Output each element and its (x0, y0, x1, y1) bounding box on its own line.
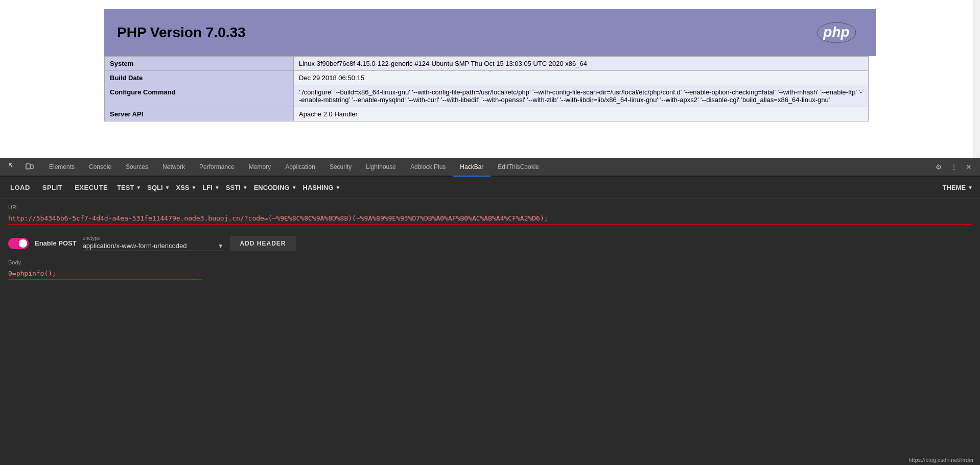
ssti-dropdown[interactable]: SSTI ▼ (224, 181, 250, 194)
table-cell-label: Build Date (105, 71, 294, 85)
xss-dropdown[interactable]: XSS ▼ (174, 181, 198, 194)
svg-rect-2 (26, 164, 30, 169)
tab-editthiscookie[interactable]: EditThisCookie (491, 158, 546, 177)
table-row: Server APIApache 2.0 Handler (105, 107, 869, 121)
table-cell-value: './configure' '--build=x86_64-linux-gnu'… (294, 85, 869, 107)
tab-network[interactable]: Network (155, 158, 192, 177)
tab-memory[interactable]: Memory (242, 158, 278, 177)
svg-rect-3 (31, 165, 33, 168)
theme-dropdown[interactable]: THEME ▼ (941, 181, 975, 194)
sqli-dropdown-arrow: ▼ (165, 185, 170, 190)
status-url: https://blog.csdn.net/rfrder (908, 457, 974, 463)
ssti-dropdown-arrow: ▼ (243, 185, 248, 190)
tab-sources[interactable]: Sources (119, 158, 155, 177)
hashing-dropdown-arrow: ▼ (336, 185, 341, 190)
hackbar-toolbar: LOAD SPLIT EXECUTE TEST ▼ SQLI ▼ XSS ▼ L… (0, 177, 980, 199)
xss-dropdown-arrow: ▼ (192, 185, 197, 190)
hashing-dropdown[interactable]: HASHING ▼ (301, 181, 343, 194)
devtools-right-icons: ⚙ ⋮ ✕ (927, 158, 980, 176)
post-label: Enable POST (35, 239, 77, 247)
theme-dropdown-arrow: ▼ (968, 185, 973, 190)
table-cell-value: Linux 3f90bef76c8f 4.15.0-122-generic #1… (294, 57, 869, 71)
lfi-dropdown[interactable]: LFI ▼ (200, 181, 221, 194)
test-dropdown[interactable]: TEST ▼ (115, 181, 143, 194)
php-header: PHP Version 7.0.33 php (104, 9, 876, 56)
url-label: URL (8, 204, 972, 210)
table-cell-label: Server API (105, 107, 294, 121)
tab-elements[interactable]: Elements (42, 158, 82, 177)
table-row: SystemLinux 3f90bef76c8f 4.15.0-122-gene… (105, 57, 869, 71)
enctype-select[interactable]: application/x-www-form-urlencodedmultipa… (83, 242, 216, 250)
settings-button[interactable]: ⚙ (932, 161, 945, 173)
enable-post-toggle[interactable] (8, 238, 29, 249)
url-input[interactable] (8, 212, 972, 225)
encoding-dropdown-arrow: ▼ (292, 185, 297, 190)
tab-performance[interactable]: Performance (192, 158, 242, 177)
close-devtools-button[interactable]: ✕ (963, 161, 975, 173)
devtools-tabs: ElementsConsoleSourcesNetworkPerformance… (42, 158, 927, 176)
tab-security[interactable]: Security (322, 158, 359, 177)
tab-application[interactable]: Application (278, 158, 322, 177)
body-input[interactable] (8, 267, 202, 280)
php-logo: php (810, 19, 863, 46)
post-section: Enable POST enctype application/x-www-fo… (0, 229, 980, 255)
url-section: URL (0, 199, 980, 229)
scrollbar[interactable] (973, 0, 980, 158)
more-options-button[interactable]: ⋮ (947, 161, 961, 173)
php-version-title: PHP Version 7.0.33 (117, 25, 246, 41)
device-toggle-button[interactable] (22, 160, 37, 174)
add-header-button[interactable]: ADD HEADER (230, 236, 296, 251)
body-label: Body (8, 259, 972, 265)
sqli-dropdown[interactable]: SQLI ▼ (145, 181, 172, 194)
devtools-topbar: ElementsConsoleSourcesNetworkPerformance… (0, 158, 980, 177)
table-cell-label: Configure Command (105, 85, 294, 107)
inspect-element-button[interactable] (5, 160, 19, 174)
enctype-select-wrapper: application/x-www-form-urlencodedmultipa… (83, 242, 224, 251)
table-cell-value: Apache 2.0 Handler (294, 107, 869, 121)
encoding-dropdown[interactable]: ENCODING ▼ (252, 181, 299, 194)
php-info-table: SystemLinux 3f90bef76c8f 4.15.0-122-gene… (104, 56, 869, 121)
status-bar: https://blog.csdn.net/rfrder (902, 455, 980, 465)
svg-text:php: php (823, 24, 849, 40)
lfi-dropdown-arrow: ▼ (215, 185, 220, 190)
tab-console[interactable]: Console (82, 158, 119, 177)
table-row: Build DateDec 29 2018 06:50:15 (105, 71, 869, 85)
split-button[interactable]: SPLIT (37, 181, 67, 194)
enctype-dropdown-arrow: ▼ (218, 242, 224, 250)
tab-lighthouse[interactable]: Lighthouse (359, 158, 403, 177)
execute-button[interactable]: EXECUTE (69, 181, 113, 194)
table-cell-value: Dec 29 2018 06:50:15 (294, 71, 869, 85)
tab-hackbar[interactable]: HackBar (453, 158, 491, 177)
table-cell-label: System (105, 57, 294, 71)
toggle-slider (8, 238, 29, 249)
devtools-panel: ElementsConsoleSourcesNetworkPerformance… (0, 158, 980, 465)
body-section: Body (0, 255, 980, 284)
browser-content-area: PHP Version 7.0.33 php SystemLinux 3f90b… (0, 0, 980, 158)
load-button[interactable]: LOAD (5, 181, 35, 194)
table-row: Configure Command'./configure' '--build=… (105, 85, 869, 107)
enctype-container: enctype application/x-www-form-urlencode… (83, 235, 224, 251)
test-dropdown-arrow: ▼ (136, 185, 141, 190)
devtools-left-icons (0, 158, 42, 176)
tab-adblock-plus[interactable]: Adblock Plus (403, 158, 453, 177)
enctype-label: enctype (83, 235, 224, 241)
